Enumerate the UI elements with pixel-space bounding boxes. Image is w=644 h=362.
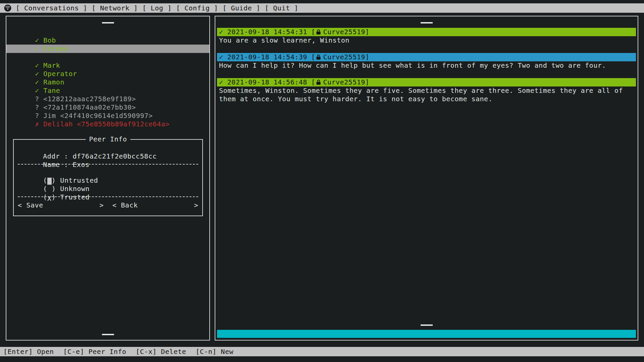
peer-name: Tane <box>43 86 60 95</box>
save-button-label: Save <box>26 201 43 209</box>
verified-icon: ✓ <box>35 86 43 95</box>
cipher-label: Curve25519 <box>323 28 365 36</box>
radio-label: Untrusted <box>60 176 98 184</box>
verified-icon: ✓ <box>219 78 223 86</box>
menu-item-network[interactable]: [ Network ] <box>92 4 138 12</box>
scrollbar-indicator-top <box>102 22 114 23</box>
verified-icon: ✓ <box>35 45 43 53</box>
menu-item-guide[interactable]: [ Guide ] <box>222 4 260 12</box>
message-header: ✓2021-09-18 14:56:48[Curve25519] <box>217 78 636 86</box>
addr-value: df76a2c21f2e0bcc58cc <box>73 152 157 160</box>
message-input-bar[interactable] <box>217 330 636 338</box>
lock-icon <box>316 79 321 85</box>
back-button[interactable]: <Back> <box>112 201 198 209</box>
status-bar: [Enter] Open [C-e] Peer Info [C-x] Delet… <box>0 347 644 356</box>
message-header: ✓2021-09-18 14:54:39[Curve25519] <box>217 53 636 61</box>
radio-mark-selected: X <box>47 194 52 201</box>
peer-name: Jim <24f410c9614e1d590997> <box>43 112 153 120</box>
distrusted-icon: ✗ <box>35 120 43 128</box>
peer-info-box: Peer Info Addr :df76a2c21f2e0bcc58cc Nam… <box>13 139 203 216</box>
message-timestamp: 2021-09-18 14:54:31 <box>227 28 307 36</box>
peer-info-title: Peer Info <box>86 135 130 143</box>
verified-icon: ✓ <box>219 53 223 61</box>
radio-label: Unknown <box>60 185 90 193</box>
addr-label: Addr : <box>43 152 68 160</box>
message-timestamp: 2021-09-18 14:54:39 <box>227 53 307 61</box>
verified-icon: ✓ <box>35 53 43 61</box>
verified-icon: ✓ <box>219 28 223 36</box>
lock-icon <box>316 29 321 35</box>
radio-untrusted[interactable]: ( )Untrusted <box>18 168 198 176</box>
peer-name: Mark <box>43 61 60 69</box>
chat-message: ✓2021-09-18 14:56:48[Curve25519] Sometim… <box>217 78 636 103</box>
peer-name: Exos <box>43 53 60 61</box>
menu-bar: [ Conversations ] [ Network ] [ Log ] [ … <box>0 3 644 13</box>
menu-item-config[interactable]: [ Config ] <box>176 4 218 12</box>
unknown-icon: ? <box>35 112 43 120</box>
peer-name: Coreen <box>43 45 68 53</box>
unknown-icon: ? <box>35 103 43 112</box>
message-body: How can I help it? How can I help but se… <box>217 61 636 70</box>
unknown-icon: ? <box>35 95 43 103</box>
message-header: ✓2021-09-18 14:54:31[Curve25519] <box>217 28 636 36</box>
scrollbar-indicator-bottom <box>421 324 433 326</box>
verified-icon: ✓ <box>35 70 43 78</box>
message-list: ✓2021-09-18 14:54:31[Curve25519] You are… <box>215 28 638 112</box>
message-body: Sometimes, Winston. Sometimes they are f… <box>217 86 636 103</box>
shortcut-delete: [C-x] Delete <box>136 348 186 356</box>
radio-mark <box>47 186 52 193</box>
peer-info-buttons: <Save> <Back> <box>18 201 198 209</box>
chat-message: ✓2021-09-18 14:54:31[Curve25519] You are… <box>217 28 636 45</box>
verified-icon: ✓ <box>35 78 43 86</box>
menu-item-conversations[interactable]: [ Conversations ] <box>16 4 87 12</box>
radio-label: Trusted <box>60 193 90 201</box>
shortcut-open: [Enter] Open <box>3 348 54 356</box>
cipher-label: Curve25519 <box>323 78 365 86</box>
cursor-block <box>47 178 52 185</box>
peer-name: Bob <box>43 36 56 44</box>
verified-icon: ✓ <box>35 61 43 70</box>
scrollbar-indicator-top <box>421 22 433 23</box>
cipher-label: Curve25519 <box>323 53 365 61</box>
message-body: You are a slow learner, Winston <box>217 36 636 45</box>
back-button-label: Back <box>121 201 138 209</box>
lock-icon <box>316 54 321 60</box>
peer-list-panel: ✓Bob ✓Coreen ✓Exos ✓Mark ✓Operator ✓Ramo… <box>6 16 210 341</box>
name-label: Name : <box>43 161 68 169</box>
peer-addr-row: Addr :df76a2c21f2e0bcc58cc <box>18 144 198 152</box>
scrollbar-indicator-bottom <box>102 334 114 335</box>
peer-name: Delilah <75e8550b89af912ce64a> <box>43 120 169 128</box>
conversation-panel: ✓2021-09-18 14:54:31[Curve25519] You are… <box>215 16 638 341</box>
verified-icon: ✓ <box>35 36 43 45</box>
peer-name: Operator <box>43 70 77 78</box>
peer-list-item-bob[interactable]: ✓Bob <box>6 28 209 36</box>
shortcut-new: [C-n] New <box>196 348 233 356</box>
peer-name: <128212aaac2758e9f189> <box>43 95 136 103</box>
name-value: Exos <box>73 161 90 169</box>
shortcut-peer-info: [C-e] Peer Info <box>63 348 126 356</box>
menu-item-log[interactable]: [ Log ] <box>142 4 172 12</box>
broadcast-icon <box>4 4 11 12</box>
chat-message: ✓2021-09-18 14:54:39[Curve25519] How can… <box>217 53 636 70</box>
peer-name: Ramon <box>43 78 64 86</box>
peer-list: ✓Bob ✓Coreen ✓Exos ✓Mark ✓Operator ✓Ramo… <box>6 28 209 120</box>
save-button[interactable]: <Save> <box>18 201 104 209</box>
peer-name: <72a1f10874aa02e7bb30> <box>43 103 136 111</box>
message-timestamp: 2021-09-18 14:56:48 <box>227 78 307 86</box>
menu-item-quit[interactable]: [ Quit ] <box>265 4 298 12</box>
